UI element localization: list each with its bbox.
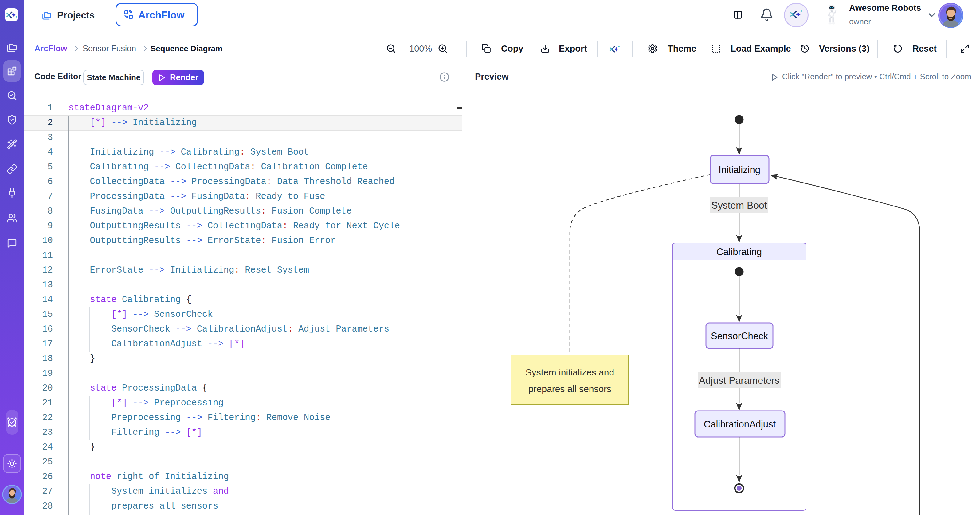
svg-text:System Boot: System Boot [711, 200, 767, 211]
svg-text:CalibrationAdjust: CalibrationAdjust [704, 419, 776, 430]
svg-text:prepares all sensors: prepares all sensors [528, 384, 611, 394]
svg-text:SensorCheck: SensorCheck [711, 331, 768, 341]
svg-text:Adjust Parameters: Adjust Parameters [698, 375, 780, 386]
svg-text:Calibrating: Calibrating [716, 246, 762, 257]
svg-text:System initializes and: System initializes and [526, 367, 614, 377]
svg-text:Initializing: Initializing [719, 164, 760, 175]
